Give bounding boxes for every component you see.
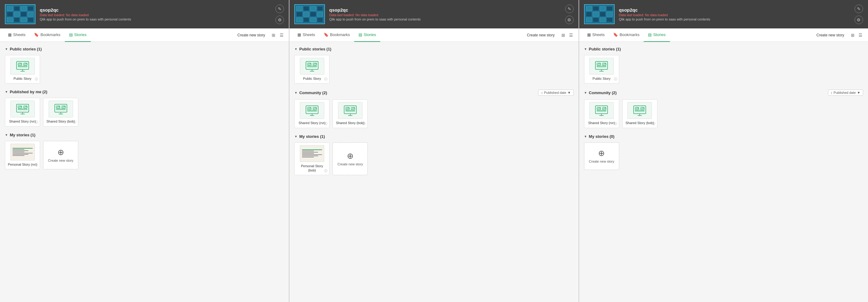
story-name: Shared Story (rvr): [9, 119, 36, 123]
story-card[interactable]: Shared Story (bob) ⓘ: [333, 99, 368, 128]
tab-icon-sheets: ▦: [298, 32, 301, 37]
info-icon[interactable]: ⓘ: [35, 163, 38, 167]
create-new-story-button[interactable]: Create new story: [235, 32, 268, 38]
create-story-label: Create new story: [337, 162, 363, 166]
settings-button[interactable]: ⚙: [275, 16, 284, 24]
story-card[interactable]: Shared Story (rvr) ⓘ: [5, 98, 40, 126]
list-view-button[interactable]: ☰: [567, 31, 575, 39]
story-card-personal[interactable]: Personal Story (rvr) ⓘ: [5, 141, 40, 169]
settings-button[interactable]: ⚙: [855, 16, 863, 24]
edit-button[interactable]: ✎: [855, 5, 863, 13]
chevron-icon: ▼: [294, 91, 298, 94]
section-label: My stories (1): [299, 134, 325, 139]
view-toggle: ⊞ ☰: [849, 31, 864, 39]
section-label: Community (2): [299, 90, 327, 95]
edit-button[interactable]: ✎: [275, 5, 284, 13]
section-label: My stories (0): [589, 134, 615, 139]
tab-icon-bookmarks: 🔖: [34, 32, 39, 37]
sort-button[interactable]: ↕ Published date ▼: [538, 90, 574, 96]
chevron-icon: ▼: [294, 48, 298, 51]
story-name: Public Story: [593, 77, 611, 81]
story-name: Shared Story (bob): [336, 121, 364, 125]
story-thumbnail: [10, 100, 35, 117]
create-story-card[interactable]: ⊕ Create new story: [584, 143, 619, 170]
svg-rect-53: [635, 110, 644, 111]
tab-bookmarks[interactable]: 🔖 Bookmarks: [609, 28, 644, 42]
info-icon[interactable]: ⓘ: [614, 77, 617, 81]
tab-bookmarks[interactable]: 🔖 Bookmarks: [319, 28, 354, 42]
list-view-button[interactable]: ☰: [857, 31, 864, 39]
story-grid: Shared Story (rvr) ⓘ Shared Story (bob) …: [584, 99, 863, 128]
create-new-story-button[interactable]: Create new story: [814, 32, 847, 38]
story-card-personal[interactable]: Personal Story (bob) ⓘ: [294, 143, 330, 176]
story-card[interactable]: Shared Story (bob) ⓘ: [622, 99, 657, 128]
chevron-icon: ▼: [294, 135, 298, 138]
story-thumbnail: [589, 102, 614, 119]
info-icon[interactable]: ⓘ: [614, 122, 617, 126]
info-icon[interactable]: ⓘ: [324, 169, 327, 173]
grid-view-button[interactable]: ⊞: [270, 31, 277, 39]
sort-label: Published date: [834, 91, 856, 94]
stories-content: ▼ Public stories (1) Public Story ⓘ ▼ Pu…: [0, 42, 289, 302]
story-card[interactable]: Public Story ⓘ: [294, 55, 330, 84]
info-icon[interactable]: ⓘ: [324, 122, 327, 126]
settings-button[interactable]: ⚙: [565, 16, 574, 24]
section-header-community: ▼ Community (2) ↕ Published date ▼: [584, 90, 863, 96]
app-actions: ✎ ⚙: [855, 5, 863, 24]
story-card[interactable]: Shared Story (rvr) ⓘ: [294, 99, 330, 128]
svg-rect-5: [18, 66, 27, 67]
svg-rect-29: [307, 110, 317, 111]
app-header-1: qsop2qc Data last loaded: No data loaded…: [0, 0, 289, 28]
tab-icon-bookmarks: 🔖: [324, 32, 329, 37]
story-thumbnail: [627, 102, 652, 119]
tab-stories[interactable]: ▤ Stories: [644, 28, 670, 42]
section-header-public-stories: ▼ Public stories (1): [294, 47, 574, 51]
stories-content: ▼ Public stories (1) Public Story ⓘ ▼ Co…: [579, 42, 868, 302]
tab-stories[interactable]: ▤ Stories: [65, 28, 91, 42]
tab-icon-stories: ▤: [648, 32, 652, 37]
create-story-card[interactable]: ⊕ Create new story: [43, 141, 78, 169]
story-grid: ⊕ Create new story: [584, 143, 863, 170]
app-desc: Qlik app to push from on prem to saas wi…: [619, 18, 850, 21]
app-actions: ✎ ⚙: [565, 5, 574, 24]
tabs-bar: ▦ Sheets 🔖 Bookmarks ▤ Stories Create ne…: [579, 28, 868, 42]
grid-view-button[interactable]: ⊞: [849, 31, 857, 39]
story-card[interactable]: Public Story ⓘ: [5, 55, 40, 84]
info-icon[interactable]: ⓘ: [363, 122, 366, 126]
app-status: Data last loaded: No data loaded: [40, 13, 271, 17]
app-desc: Qlik app to push from on prem to saas wi…: [329, 18, 561, 21]
section-published-by-me: ▼ Published by me (2) Shared Story (rvr)…: [5, 90, 284, 126]
section-my-stories: ▼ My stories (1) Personal Story (bob) ⓘ …: [294, 134, 574, 176]
info-icon[interactable]: ⓘ: [35, 120, 38, 124]
tab-label-bookmarks: Bookmarks: [40, 32, 60, 37]
tab-icon-sheets: ▦: [587, 32, 591, 37]
panel-1: qsop2qc Data last loaded: No data loaded…: [0, 0, 289, 302]
tab-sheets[interactable]: ▦ Sheets: [583, 28, 609, 42]
info-icon[interactable]: ⓘ: [73, 120, 76, 124]
story-card[interactable]: Shared Story (bob) ⓘ: [43, 98, 78, 126]
tab-sheets[interactable]: ▦ Sheets: [4, 28, 30, 42]
info-icon[interactable]: ⓘ: [324, 77, 327, 81]
plus-icon: ⊕: [58, 148, 64, 157]
story-card[interactable]: Shared Story (rvr) ⓘ: [584, 99, 619, 128]
grid-view-button[interactable]: ⊞: [560, 31, 567, 39]
tab-bookmarks[interactable]: 🔖 Bookmarks: [30, 28, 64, 42]
info-icon[interactable]: ⓘ: [652, 122, 655, 126]
info-icon[interactable]: ⓘ: [35, 77, 38, 81]
app-name: qsop2qc: [619, 7, 850, 12]
list-view-button[interactable]: ☰: [278, 31, 285, 39]
story-card[interactable]: Public Story ⓘ: [584, 55, 619, 84]
sort-button[interactable]: ↕ Published date ▼: [828, 90, 863, 96]
section-my-stories: ▼ My stories (0) ⊕ Create new story: [584, 134, 863, 170]
app-thumbnail: [5, 4, 35, 24]
create-story-card[interactable]: ⊕ Create new story: [333, 143, 368, 176]
tabs-bar: ▦ Sheets 🔖 Bookmarks ▤ Stories Create ne…: [0, 28, 289, 42]
create-new-story-button[interactable]: Create new story: [524, 32, 557, 38]
tab-sheets[interactable]: ▦ Sheets: [293, 28, 319, 42]
section-header-my-stories: ▼ My stories (0): [584, 134, 863, 139]
story-thumbnail: [300, 102, 324, 119]
tab-label-bookmarks: Bookmarks: [620, 32, 640, 37]
tab-stories[interactable]: ▤ Stories: [354, 28, 380, 42]
tab-label-sheets: Sheets: [303, 32, 315, 37]
edit-button[interactable]: ✎: [565, 5, 574, 13]
